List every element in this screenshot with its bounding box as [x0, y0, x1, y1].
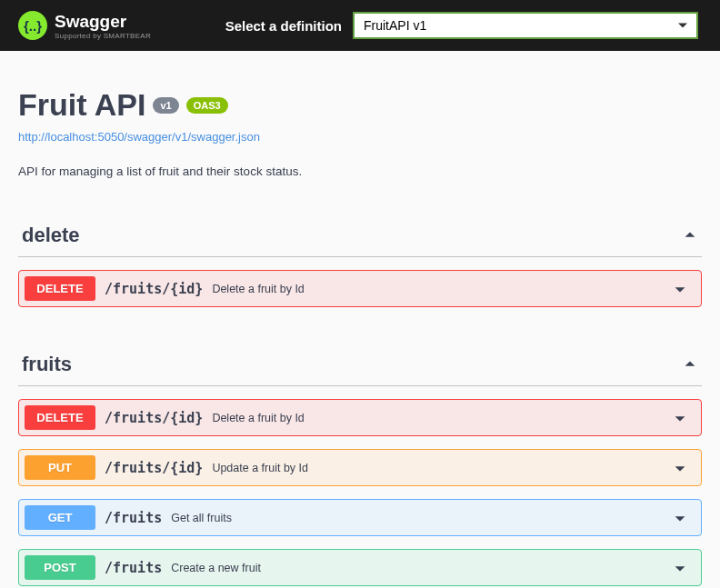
op-summary: Create a new fruit: [171, 562, 261, 574]
swagger-icon: {..}: [18, 11, 47, 40]
chevron-down-icon: [672, 410, 688, 426]
op-path: /fruits: [105, 560, 162, 576]
main: Fruit API v1 OAS3 http://localhost:5050/…: [0, 51, 720, 588]
opblock-get-fruits[interactable]: GET /fruits Get all fruits: [18, 499, 702, 536]
tag-section-fruits: fruits DELETE /fruits/{id} Delete a frui…: [18, 344, 702, 586]
op-summary: Update a fruit by Id: [212, 462, 308, 474]
tag-name: fruits: [22, 353, 72, 376]
topbar: {..} Swagger Supported by SMARTBEAR Sele…: [0, 0, 720, 51]
chevron-down-icon: [672, 460, 688, 476]
method-badge: DELETE: [25, 405, 95, 430]
opblock-post-fruits[interactable]: POST /fruits Create a new fruit: [18, 549, 702, 586]
definition-selected: FruitAPI v1: [364, 18, 426, 33]
op-summary: Get all fruits: [171, 512, 232, 524]
chevron-down-icon: [672, 510, 688, 526]
op-path: /fruits/{id}: [105, 281, 203, 297]
op-path: /fruits/{id}: [105, 410, 203, 426]
chevron-up-icon: [682, 227, 698, 244]
logo-subtitle: Supported by SMARTBEAR: [55, 32, 151, 40]
op-summary: Delete a fruit by Id: [212, 412, 304, 424]
method-badge: DELETE: [25, 276, 95, 301]
logo-title: Swagger: [55, 12, 151, 32]
tag-name: delete: [22, 224, 80, 247]
swagger-logo: {..} Swagger Supported by SMARTBEAR: [18, 11, 151, 40]
method-badge: GET: [25, 505, 95, 530]
version-badge: v1: [153, 97, 178, 114]
definition-select[interactable]: FruitAPI v1: [353, 12, 698, 39]
chevron-up-icon: [682, 356, 698, 373]
swagger-json-link[interactable]: http://localhost:5050/swagger/v1/swagger…: [18, 130, 260, 144]
method-badge: PUT: [25, 455, 95, 480]
op-path: /fruits: [105, 510, 162, 526]
op-summary: Delete a fruit by Id: [212, 283, 304, 295]
definition-label: Select a definition: [225, 18, 342, 34]
tag-header-delete[interactable]: delete: [18, 214, 702, 257]
chevron-down-icon: [672, 281, 688, 297]
tag-header-fruits[interactable]: fruits: [18, 344, 702, 386]
opblock-delete-fruit-by-id[interactable]: DELETE /fruits/{id} Delete a fruit by Id: [18, 399, 702, 436]
op-path: /fruits/{id}: [105, 460, 203, 476]
method-badge: POST: [25, 555, 95, 580]
oas-badge: OAS3: [186, 97, 228, 114]
tag-section-delete: delete DELETE /fruits/{id} Delete a frui…: [18, 214, 702, 307]
opblock-delete-fruit[interactable]: DELETE /fruits/{id} Delete a fruit by Id: [18, 270, 702, 307]
api-title: Fruit API: [18, 87, 145, 123]
opblock-put-fruit-by-id[interactable]: PUT /fruits/{id} Update a fruit by Id: [18, 449, 702, 486]
chevron-down-icon: [672, 560, 688, 576]
api-description: API for managing a list of fruit and the…: [18, 164, 702, 178]
